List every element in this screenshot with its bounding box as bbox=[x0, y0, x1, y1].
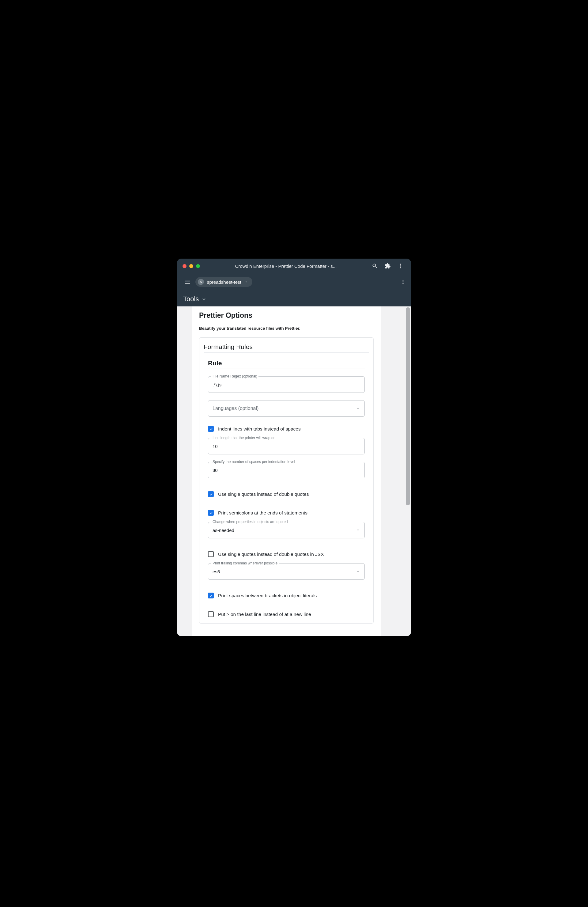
checkbox-label: Put > on the last line instead of at a n… bbox=[218, 612, 311, 617]
field-value: 30 bbox=[213, 468, 218, 473]
tab-width-field[interactable]: Specify the number of spaces per indenta… bbox=[208, 462, 365, 478]
svg-point-1 bbox=[400, 265, 401, 266]
field-label: Specify the number of spaces per indenta… bbox=[211, 460, 296, 464]
menu-icon[interactable] bbox=[184, 278, 191, 285]
tab-tools[interactable]: Tools bbox=[183, 295, 207, 303]
checkbox-label: Use single quotes instead of double quot… bbox=[218, 492, 309, 497]
caret-down-icon bbox=[356, 528, 360, 532]
formatting-rules-card: Formatting Rules Rule File Name Regex (o… bbox=[199, 337, 374, 623]
chevron-down-icon bbox=[201, 296, 207, 302]
field-value: .*\.js bbox=[213, 382, 221, 387]
semicolons-checkbox[interactable]: Print semicolons at the ends of statemen… bbox=[208, 510, 365, 516]
checkbox-label: Print semicolons at the ends of statemen… bbox=[218, 510, 307, 516]
settings-panel: Prettier Options Beautify your translate… bbox=[192, 306, 381, 636]
vertical-scrollbar[interactable] bbox=[406, 307, 410, 505]
caret-down-icon bbox=[356, 406, 360, 410]
field-label: Print trailing commas wherever possible bbox=[211, 561, 279, 565]
checkbox-icon bbox=[208, 551, 214, 557]
page-title: Prettier Options bbox=[199, 311, 374, 322]
use-tabs-checkbox[interactable]: Indent lines with tabs instead of spaces bbox=[208, 426, 365, 432]
svg-point-8 bbox=[403, 283, 403, 284]
bracket-same-line-checkbox[interactable]: Put > on the last line instead of at a n… bbox=[208, 611, 365, 617]
jsx-single-quote-checkbox[interactable]: Use single quotes instead of double quot… bbox=[208, 551, 365, 557]
bracket-spacing-checkbox[interactable]: Print spaces between brackets in object … bbox=[208, 593, 365, 598]
checkbox-label: Use single quotes instead of double quot… bbox=[218, 551, 324, 557]
extensions-icon[interactable] bbox=[385, 263, 391, 269]
project-avatar: S bbox=[198, 279, 204, 285]
app-window: Crowdin Enterprise - Prettier Code Forma… bbox=[177, 259, 411, 636]
checkbox-icon bbox=[208, 426, 214, 432]
window-traffic-lights bbox=[182, 264, 200, 268]
project-name: spreadsheet-test bbox=[207, 279, 241, 285]
titlebar: Crowdin Enterprise - Prettier Code Forma… bbox=[177, 259, 411, 273]
titlebar-actions bbox=[372, 263, 404, 269]
svg-point-0 bbox=[400, 264, 401, 265]
field-label: Line length that the printer will wrap o… bbox=[211, 436, 276, 440]
svg-point-2 bbox=[400, 267, 401, 268]
close-window-button[interactable] bbox=[182, 264, 187, 268]
window-title: Crowdin Enterprise - Prettier Code Forma… bbox=[203, 263, 369, 269]
more-vert-icon[interactable] bbox=[398, 263, 404, 269]
svg-point-6 bbox=[403, 280, 403, 281]
checkbox-icon bbox=[208, 510, 214, 516]
file-name-regex-field[interactable]: File Name Regex (optional) .*\.js bbox=[208, 376, 365, 393]
rule-heading: Rule bbox=[208, 359, 365, 369]
svg-point-7 bbox=[403, 281, 403, 282]
select-placeholder: Languages (optional) bbox=[213, 406, 259, 411]
checkbox-icon bbox=[208, 491, 214, 497]
content-viewport: Prettier Options Beautify your translate… bbox=[177, 306, 411, 636]
languages-select[interactable]: Languages (optional) bbox=[208, 400, 365, 417]
scroll-area: Prettier Options Beautify your translate… bbox=[177, 306, 411, 636]
quote-props-select[interactable]: Change when properties in objects are qu… bbox=[208, 522, 365, 538]
toolbar-more-icon[interactable] bbox=[400, 279, 406, 285]
checkbox-label: Indent lines with tabs instead of spaces bbox=[218, 426, 301, 432]
caret-down-icon bbox=[244, 280, 248, 284]
tabs-row: Tools bbox=[177, 290, 411, 308]
field-value: es5 bbox=[213, 569, 220, 574]
single-quote-checkbox[interactable]: Use single quotes instead of double quot… bbox=[208, 491, 365, 497]
page-subtitle: Beautify your translated resource files … bbox=[199, 326, 374, 331]
card-title: Formatting Rules bbox=[204, 343, 369, 353]
checkbox-icon bbox=[208, 593, 214, 598]
checkbox-label: Print spaces between brackets in object … bbox=[218, 593, 317, 598]
line-length-field[interactable]: Line length that the printer will wrap o… bbox=[208, 438, 365, 454]
field-value: 10 bbox=[213, 444, 218, 449]
search-icon[interactable] bbox=[372, 263, 378, 269]
tab-tools-label: Tools bbox=[183, 295, 199, 303]
caret-down-icon bbox=[356, 569, 360, 574]
field-label: File Name Regex (optional) bbox=[211, 374, 259, 378]
trailing-comma-select[interactable]: Print trailing commas wherever possible … bbox=[208, 563, 365, 580]
minimize-window-button[interactable] bbox=[189, 264, 193, 268]
checkbox-icon bbox=[208, 611, 214, 617]
app-toolbar: S spreadsheet-test bbox=[177, 273, 411, 290]
zoom-window-button[interactable] bbox=[196, 264, 200, 268]
field-label: Change when properties in objects are qu… bbox=[211, 520, 289, 524]
field-value: as-needed bbox=[213, 528, 234, 533]
project-switcher[interactable]: S spreadsheet-test bbox=[195, 277, 252, 287]
